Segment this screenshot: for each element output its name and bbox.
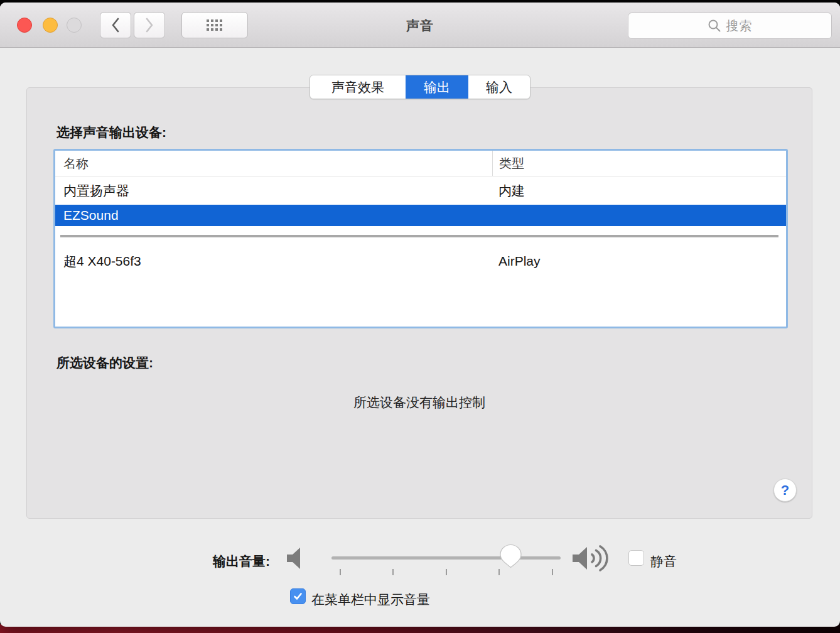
output-volume-label: 输出音量: (176, 553, 270, 570)
table-row[interactable]: 超4 X40-56f3 AirPlay (55, 247, 786, 275)
device-separator-row (55, 226, 786, 247)
show-volume-in-menubar-label: 在菜单栏中显示音量 (311, 591, 430, 609)
tab-output[interactable]: 输出 (406, 75, 468, 99)
no-output-controls-message: 所选设备没有输出控制 (27, 394, 812, 411)
slider-thumb[interactable] (499, 544, 522, 568)
table-row[interactable]: 内置扬声器 内建 (55, 176, 786, 205)
slider-tick (392, 569, 394, 575)
show-volume-in-menubar-checkbox[interactable] (290, 588, 306, 604)
help-button[interactable]: ? (773, 479, 797, 502)
check-icon (293, 591, 303, 602)
separator-line (60, 235, 778, 237)
device-table: 名称 类型 内置扬声器 内建 EZSound 超4 X40-56f3 AirPl… (55, 151, 786, 327)
search-placeholder: 搜索 (726, 18, 753, 35)
slider-track[interactable] (331, 556, 561, 560)
column-header-type[interactable]: 类型 (492, 151, 786, 176)
output-panel: 选择声音输出设备: 名称 类型 内置扬声器 内建 EZSound (26, 87, 812, 519)
tab-sound-effects[interactable]: 声音效果 (310, 75, 406, 99)
mute-checkbox[interactable] (628, 550, 644, 566)
selected-device-settings-label: 所选设备的设置: (57, 354, 153, 372)
choose-device-label: 选择声音输出设备: (57, 124, 166, 141)
titlebar: 声音 搜索 (0, 3, 840, 48)
device-table-focus-ring: 名称 类型 内置扬声器 内建 EZSound 超4 X40-56f3 AirPl… (53, 149, 788, 328)
slider-tick (498, 569, 500, 575)
table-row-selected[interactable]: EZSound (55, 205, 786, 226)
search-icon (708, 19, 721, 33)
volume-low-icon (286, 547, 307, 570)
tab-input[interactable]: 输入 (468, 75, 530, 99)
device-type (492, 205, 786, 226)
column-header-name[interactable]: 名称 (55, 151, 492, 176)
sound-preferences-window: 声音 搜索 声音效果 输出 输入 选择声音输出设备: 名称 类型 内置扬声器 (0, 3, 840, 627)
tab-bar: 声音效果 输出 输入 (310, 75, 530, 99)
device-name: 超4 X40-56f3 (55, 247, 492, 275)
device-type: AirPlay (492, 247, 786, 275)
device-type: 内建 (492, 176, 786, 205)
slider-tick (552, 569, 553, 575)
table-header-row: 名称 类型 (55, 151, 786, 176)
output-volume-slider[interactable] (331, 544, 561, 575)
slider-tick (340, 569, 341, 575)
slider-tick (446, 569, 447, 575)
volume-high-icon (571, 543, 615, 574)
device-name: EZSound (55, 205, 492, 226)
device-name: 内置扬声器 (55, 176, 492, 205)
search-input[interactable]: 搜索 (628, 13, 832, 39)
mute-label: 静音 (650, 553, 677, 570)
